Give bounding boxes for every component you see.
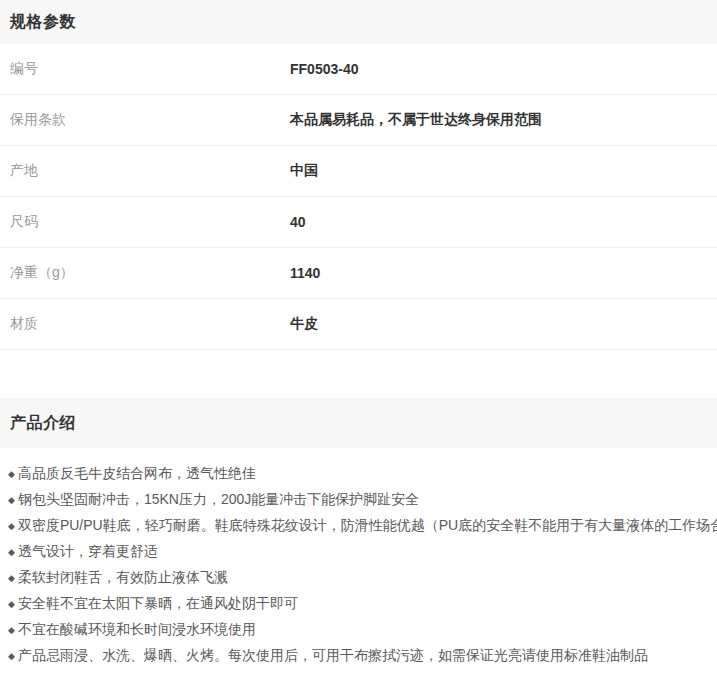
intro-title: 产品介绍 (10, 413, 76, 434)
spec-label: 尺码 (0, 213, 290, 231)
diamond-bullet-icon: ◆ (8, 592, 15, 617)
intro-item-text: 钢包头坚固耐冲击，15KN压力，200J能量冲击下能保护脚趾安全 (18, 491, 419, 507)
diamond-bullet-icon: ◆ (8, 566, 15, 591)
spec-label: 编号 (0, 60, 290, 78)
diamond-bullet-icon: ◆ (8, 618, 15, 643)
intro-list-item: ◆透气设计，穿着更舒适 (8, 539, 707, 565)
intro-list-item: ◆钢包头坚固耐冲击，15KN压力，200J能量冲击下能保护脚趾安全 (8, 487, 707, 513)
intro-item-text: 双密度PU/PU鞋底，轻巧耐磨。鞋底特殊花纹设计，防滑性能优越（PU底的安全鞋不… (18, 517, 717, 533)
spec-value: FF0503-40 (290, 61, 358, 77)
spec-row: 产地 中国 (0, 146, 717, 197)
intro-item-text: 安全鞋不宜在太阳下暴晒，在通风处阴干即可 (18, 595, 298, 611)
diamond-bullet-icon: ◆ (8, 644, 15, 669)
spec-label: 净重（g） (0, 264, 290, 282)
intro-list-item: ◆安全鞋不宜在太阳下暴晒，在通风处阴干即可 (8, 591, 707, 617)
specs-title: 规格参数 (10, 12, 76, 33)
spec-value: 1140 (290, 265, 320, 281)
spec-value: 中国 (290, 162, 318, 180)
intro-list-item: ◆产品忌雨浸、水洗、爆晒、火烤。每次使用后，可用干布擦拭污迹，如需保证光亮请使用… (8, 643, 707, 669)
spec-row: 编号 FF0503-40 (0, 44, 717, 95)
diamond-bullet-icon: ◆ (8, 462, 15, 487)
spec-row: 保用条款 本品属易耗品，不属于世达终身保用范围 (0, 95, 717, 146)
intro-list-item: ◆高品质反毛牛皮结合网布，透气性绝佳 (8, 461, 707, 487)
intro-list: ◆高品质反毛牛皮结合网布，透气性绝佳 ◆钢包头坚固耐冲击，15KN压力，200J… (0, 448, 717, 669)
spec-row: 净重（g） 1140 (0, 248, 717, 299)
intro-item-text: 高品质反毛牛皮结合网布，透气性绝佳 (18, 465, 256, 481)
spec-value: 40 (290, 214, 306, 230)
specs-section-header: 规格参数 (0, 0, 717, 44)
spec-row: 尺码 40 (0, 197, 717, 248)
spec-label: 保用条款 (0, 111, 290, 129)
product-detail-page: 规格参数 编号 FF0503-40 保用条款 本品属易耗品，不属于世达终身保用范… (0, 0, 717, 674)
diamond-bullet-icon: ◆ (8, 540, 15, 565)
spec-value: 牛皮 (290, 315, 318, 333)
diamond-bullet-icon: ◆ (8, 488, 15, 513)
intro-list-item: ◆柔软封闭鞋舌，有效防止液体飞溅 (8, 565, 707, 591)
intro-section-header: 产品介绍 (0, 398, 717, 448)
spec-label: 材质 (0, 315, 290, 333)
intro-list-item: ◆不宜在酸碱环境和长时间浸水环境使用 (8, 617, 707, 643)
intro-item-text: 不宜在酸碱环境和长时间浸水环境使用 (18, 621, 256, 637)
diamond-bullet-icon: ◆ (8, 514, 15, 539)
section-gap (0, 350, 717, 398)
intro-list-item: ◆双密度PU/PU鞋底，轻巧耐磨。鞋底特殊花纹设计，防滑性能优越（PU底的安全鞋… (8, 513, 707, 539)
intro-item-text: 透气设计，穿着更舒适 (18, 543, 158, 559)
specs-table: 编号 FF0503-40 保用条款 本品属易耗品，不属于世达终身保用范围 产地 … (0, 44, 717, 350)
spec-value: 本品属易耗品，不属于世达终身保用范围 (290, 111, 542, 129)
spec-label: 产地 (0, 162, 290, 180)
spec-row: 材质 牛皮 (0, 299, 717, 350)
intro-item-text: 产品忌雨浸、水洗、爆晒、火烤。每次使用后，可用干布擦拭污迹，如需保证光亮请使用标… (18, 647, 648, 663)
intro-item-text: 柔软封闭鞋舌，有效防止液体飞溅 (18, 569, 228, 585)
